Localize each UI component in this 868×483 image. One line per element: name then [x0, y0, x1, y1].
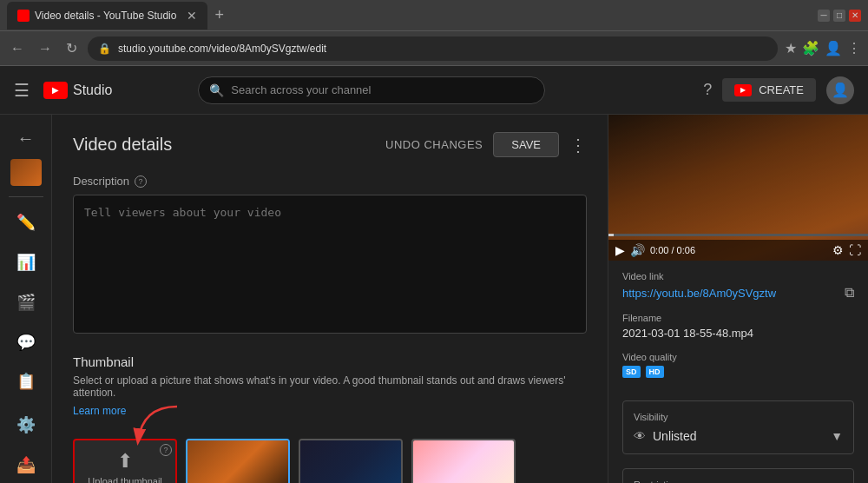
- subtitles-icon: 📋: [16, 372, 36, 391]
- app: ☰ Studio 🔍 Search across your channel ? …: [0, 66, 868, 483]
- maximize-button[interactable]: □: [833, 10, 845, 22]
- quality-row: Video quality SD HD: [622, 352, 854, 378]
- tab-close-btn[interactable]: ✕: [187, 9, 197, 23]
- thumbnail-preview-2[interactable]: [299, 439, 403, 483]
- analytics-icon: 📊: [16, 253, 36, 272]
- save-button[interactable]: SAVE: [493, 132, 559, 157]
- video-link[interactable]: https://youtu.be/8Am0ySVgztw: [622, 287, 776, 300]
- page-header: Video details UNDO CHANGES SAVE ⋮: [73, 132, 587, 157]
- search-placeholder: Search across your channel: [231, 83, 371, 96]
- nav-right: ? ▶ CREATE 👤: [703, 76, 854, 104]
- upload-thumbnail-button[interactable]: ⬆ Upload thumbnail ?: [73, 439, 177, 483]
- forward-button[interactable]: →: [35, 37, 56, 60]
- visibility-text: Unlisted: [653, 429, 697, 443]
- video-time: 0:00 / 0:06: [650, 245, 695, 255]
- filename-row: Filename 2021-03-01 18-55-48.mp4: [622, 313, 854, 340]
- upload-thumbnail-label: Upload thumbnail: [88, 476, 162, 483]
- video-settings-button[interactable]: ⚙: [832, 243, 844, 257]
- sidebar-item-subtitles[interactable]: 📋: [5, 364, 47, 400]
- play-button[interactable]: ▶: [615, 243, 625, 257]
- restrictions-label: Restrictions: [634, 480, 843, 483]
- url-text: studio.youtube.com/video/8Am0ySVgztw/edi…: [118, 43, 326, 55]
- sidebar-item-comments[interactable]: 💬: [5, 324, 47, 361]
- undo-changes-button[interactable]: UNDO CHANGES: [385, 138, 483, 151]
- youtube-icon: [43, 82, 68, 99]
- browser-actions: ★ 🧩 👤 ⋮: [785, 40, 861, 56]
- sd-badge: SD: [622, 366, 641, 378]
- tab-favicon: [17, 10, 30, 22]
- sidebar-item-settings[interactable]: ⚙️: [5, 407, 47, 443]
- user-avatar[interactable]: 👤: [826, 76, 854, 104]
- visibility-section: Visibility 👁 Unlisted ▼: [622, 400, 854, 454]
- sidebar-item-feedback[interactable]: 📤: [5, 447, 47, 483]
- visibility-label: Visibility: [634, 412, 843, 422]
- sidebar-item-videos[interactable]: 🎬: [5, 284, 47, 321]
- filename-label: Filename: [622, 313, 854, 323]
- minimize-button[interactable]: ─: [818, 10, 830, 22]
- youtube-studio-logo: Studio: [43, 82, 112, 99]
- sidebar-back-button[interactable]: ←: [10, 122, 42, 155]
- video-progress-fill: [608, 234, 614, 236]
- sidebar-divider-1: [9, 196, 43, 197]
- upload-help-button[interactable]: ?: [160, 444, 172, 456]
- copy-link-button[interactable]: ⧉: [845, 285, 854, 301]
- profile-icon[interactable]: 👤: [825, 40, 842, 56]
- top-nav: ☰ Studio 🔍 Search across your channel ? …: [0, 66, 868, 115]
- description-label: Description ?: [73, 175, 587, 188]
- browser-chrome: Video details - YouTube Studio ✕ + ─ □ ✕: [0, 0, 868, 31]
- thumbnail-description: Select or upload a picture that shows wh…: [73, 374, 587, 399]
- sidebar-item-edit[interactable]: ✏️: [5, 204, 47, 241]
- browser-tab[interactable]: Video details - YouTube Studio ✕: [7, 2, 207, 30]
- create-label: CREATE: [759, 83, 804, 96]
- page-title: Video details: [73, 135, 172, 155]
- video-link-row: Video link ⧉ https://youtu.be/8Am0ySVgzt…: [622, 271, 854, 301]
- filename-value: 2021-03-01 18-55-48.mp4: [622, 327, 854, 340]
- hamburger-menu-button[interactable]: ☰: [14, 80, 30, 101]
- videos-icon: 🎬: [16, 293, 36, 312]
- comments-icon: 💬: [16, 333, 36, 352]
- search-icon: 🔍: [209, 83, 224, 97]
- video-thumbnail-sidebar[interactable]: [10, 159, 42, 186]
- address-bar-row: ← → ↻ 🔒 studio.youtube.com/video/8Am0ySV…: [0, 31, 868, 66]
- refresh-button[interactable]: ↻: [62, 36, 81, 60]
- fullscreen-button[interactable]: ⛶: [849, 243, 861, 257]
- video-preview: ▶ 🔊 0:00 / 0:06 ⚙ ⛶: [608, 115, 868, 261]
- thumbnail-preview-1[interactable]: [186, 439, 290, 483]
- more-options-button[interactable]: ⋮: [569, 135, 587, 155]
- thumbnail-preview-3[interactable]: [411, 439, 516, 483]
- hd-badge: HD: [646, 366, 664, 378]
- description-input[interactable]: [73, 195, 587, 334]
- feedback-icon: 📤: [16, 455, 36, 474]
- help-button[interactable]: ?: [703, 81, 712, 99]
- visibility-icon: 👁: [634, 429, 646, 443]
- address-bar[interactable]: 🔒 studio.youtube.com/video/8Am0ySVgztw/e…: [88, 36, 778, 61]
- thumbnail-title: Thumbnail: [73, 354, 587, 369]
- edit-icon: ✏️: [16, 213, 36, 232]
- extension-icon[interactable]: 🧩: [802, 40, 819, 56]
- learn-more-link[interactable]: Learn more: [73, 405, 126, 417]
- settings-icon: ⚙️: [16, 415, 36, 434]
- video-controls: ▶ 🔊 0:00 / 0:06 ⚙ ⛶: [608, 240, 868, 261]
- close-button[interactable]: ✕: [849, 10, 861, 22]
- more-options-icon[interactable]: ⋮: [847, 40, 861, 56]
- search-bar[interactable]: 🔍 Search across your channel: [198, 76, 545, 104]
- video-thumbnail: [608, 115, 868, 261]
- main-content: ← ✏️ 📊 🎬 💬 📋 ⚙️: [0, 115, 868, 483]
- create-button[interactable]: ▶ CREATE: [722, 78, 816, 102]
- sidebar-item-analytics[interactable]: 📊: [5, 244, 47, 281]
- new-tab-button[interactable]: +: [214, 6, 224, 24]
- visibility-value: 👁 Unlisted ▼: [634, 429, 843, 443]
- visibility-dropdown-button[interactable]: ▼: [831, 429, 843, 443]
- description-help-button[interactable]: ?: [135, 175, 147, 188]
- restrictions-section: Restrictions None: [622, 468, 854, 483]
- video-link-label: Video link: [622, 271, 854, 281]
- bookmark-icon[interactable]: ★: [785, 40, 797, 56]
- create-icon: ▶: [734, 84, 752, 96]
- description-section: Description ?: [73, 175, 587, 337]
- back-button[interactable]: ←: [7, 37, 28, 60]
- thumbnail-section: Thumbnail Select or upload a picture tha…: [73, 354, 587, 483]
- studio-label: Studio: [73, 83, 112, 98]
- volume-button[interactable]: 🔊: [630, 243, 645, 257]
- sidebar: ← ✏️ 📊 🎬 💬 📋 ⚙️: [0, 115, 52, 483]
- upload-icon: ⬆: [117, 450, 133, 473]
